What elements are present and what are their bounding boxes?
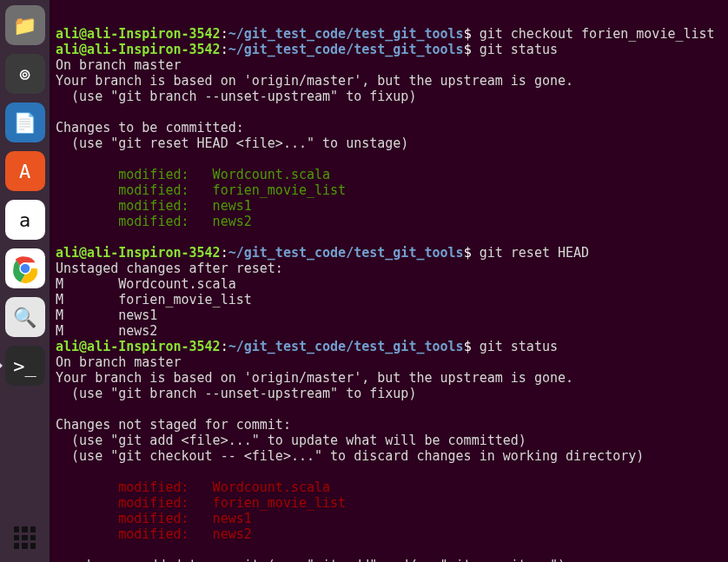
- out-line: Changes not staged for commit:: [56, 417, 291, 433]
- prompt-path: ~/git_test_code/test_git_tools: [228, 26, 464, 42]
- out-line: M news2: [56, 323, 157, 339]
- staged-file: modified: Wordcount.scala: [56, 167, 330, 182]
- prompt-dollar: $: [464, 26, 472, 42]
- out-line: (use "git add <file>..." to update what …: [56, 433, 526, 448]
- launcher-sidebar: 📁 ⊚ 📄 A a 🔍 >_: [0, 0, 50, 562]
- launcher-files-icon[interactable]: 📁: [5, 5, 45, 45]
- terminal-pane[interactable]: ali@ali-Inspiron-3542:~/git_test_code/te…: [50, 0, 728, 562]
- launcher-docviewer-icon[interactable]: 🔍: [5, 297, 45, 337]
- prompt-user: ali@ali-Inspiron-3542: [56, 245, 221, 261]
- launcher-writer-icon[interactable]: 📄: [5, 102, 45, 142]
- out-line: M forien_movie_list: [56, 292, 252, 307]
- launcher-rhythmbox-icon[interactable]: ⊚: [5, 54, 45, 94]
- launcher-chrome-icon[interactable]: [5, 248, 45, 288]
- launcher-software-icon[interactable]: A: [5, 151, 45, 191]
- launcher-apps-grid-icon[interactable]: [5, 520, 45, 555]
- cmd-status: git status: [472, 339, 558, 354]
- launcher-amazon-icon[interactable]: a: [5, 200, 45, 240]
- unstaged-file: modified: forien_movie_list: [56, 495, 346, 511]
- cmd-reset: git reset HEAD: [472, 245, 589, 261]
- out-line: On branch master: [56, 57, 182, 73]
- prompt-sep: :: [221, 26, 228, 42]
- staged-file: modified: news2: [56, 214, 252, 229]
- out-line: (use "git branch --unset-upstream" to fi…: [56, 89, 416, 104]
- out-line: M Wordcount.scala: [56, 276, 236, 292]
- cmd-status: git status: [472, 42, 558, 57]
- out-line: (use "git reset HEAD <file>..." to unsta…: [56, 136, 408, 151]
- out-line: Your branch is based on 'origin/master',…: [56, 73, 573, 89]
- prompt-user: ali@ali-Inspiron-3542: [56, 339, 221, 354]
- unstaged-file: modified: Wordcount.scala: [56, 479, 330, 495]
- out-line: (use "git branch --unset-upstream" to fi…: [56, 386, 416, 401]
- out-line: Changes to be committed:: [56, 120, 244, 136]
- out-line: Unstaged changes after reset:: [56, 261, 283, 276]
- staged-file: modified: forien_movie_list: [56, 182, 346, 198]
- out-line: (use "git checkout -- <file>..." to disc…: [56, 448, 644, 464]
- launcher-terminal-icon[interactable]: >_: [5, 346, 45, 386]
- out-line: On branch master: [56, 354, 182, 370]
- prompt-user: ali@ali-Inspiron-3542: [56, 42, 221, 57]
- cmd-checkout: git checkout forien_movie_list: [472, 26, 715, 42]
- chrome-logo-icon: [10, 253, 41, 284]
- prompt-user: ali@ali-Inspiron-3542: [56, 26, 221, 42]
- unstaged-file: modified: news2: [56, 526, 252, 542]
- out-line: no changes added to commit (use "git add…: [56, 558, 566, 562]
- out-line: Your branch is based on 'origin/master',…: [56, 370, 573, 386]
- apps-grid-dots: [14, 526, 36, 549]
- unstaged-file: modified: news1: [56, 511, 252, 526]
- out-line: M news1: [56, 307, 157, 323]
- staged-file: modified: news1: [56, 198, 252, 214]
